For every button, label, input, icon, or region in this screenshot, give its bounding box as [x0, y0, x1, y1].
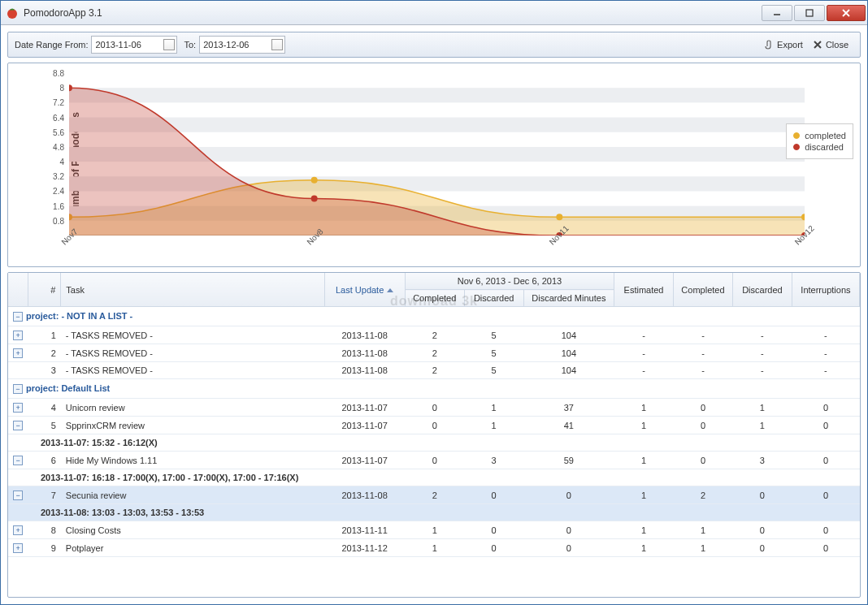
date-from-label: Date Range From:	[15, 40, 88, 50]
svg-rect-1	[806, 10, 813, 16]
chart-y-tick: 1.6	[53, 201, 64, 210]
export-label: Export	[777, 40, 803, 50]
table-body: −project: - NOT IN A LIST -+1- TASKS REM…	[8, 307, 860, 557]
table-row[interactable]: +1- TASKS REMOVED -2013-11-0825104----	[8, 326, 860, 344]
calendar-icon[interactable]	[271, 39, 283, 50]
chart-y-tick: 0.8	[53, 216, 64, 225]
close-button[interactable]	[827, 5, 866, 21]
date-to-input[interactable]: 2013-12-06	[199, 36, 285, 54]
legend-dot-icon	[793, 144, 800, 150]
chart-y-tick: 6.4	[53, 113, 64, 122]
col-last-update[interactable]: Last Update	[324, 273, 405, 307]
sort-asc-icon	[387, 288, 393, 292]
titlebar[interactable]: PomodoroApp 3.1	[1, 1, 867, 25]
collapse-icon[interactable]: −	[13, 312, 23, 322]
toolbar: Date Range From: 2013-11-06 To: 2013-12-…	[7, 32, 861, 58]
svg-point-9	[311, 177, 318, 184]
calendar-icon[interactable]	[163, 39, 175, 50]
chart-y-tick: 3.2	[53, 172, 64, 181]
legend-entry-discarded: discarded	[793, 142, 846, 152]
svg-point-13	[311, 196, 318, 202]
col-estimated[interactable]: Estimated	[614, 273, 674, 307]
close-panel-label: Close	[826, 40, 848, 50]
svg-point-0	[7, 9, 17, 19]
col-num[interactable]: #	[28, 273, 61, 307]
chart-y-tick: 2.4	[53, 187, 64, 196]
chart-y-tick: 4	[59, 158, 64, 166]
date-from-input[interactable]: 2013-11-06	[91, 36, 177, 54]
collapse-icon[interactable]: −	[13, 456, 23, 465]
table-row[interactable]: +2- TASKS REMOVED -2013-11-0825104----	[8, 344, 860, 362]
paperclip-icon	[762, 39, 774, 50]
close-panel-button[interactable]: Close	[808, 36, 853, 54]
table-row[interactable]: +4Unicorn review2013-11-0701371010	[8, 399, 860, 417]
collapse-icon[interactable]: −	[13, 421, 23, 430]
expand-icon[interactable]: +	[13, 348, 23, 358]
collapse-icon[interactable]: −	[13, 384, 23, 394]
app-window: PomodoroApp 3.1 Date Range From: 2013-11…	[0, 0, 868, 605]
chart-y-tick: 5.6	[53, 127, 64, 136]
chart-legend: completeddiscarded	[786, 123, 853, 159]
expand-icon[interactable]: +	[13, 403, 23, 413]
table-panel: # Task Last Update Nov 6, 2013 - Dec 6, …	[7, 272, 861, 598]
expand-icon[interactable]: +	[13, 525, 23, 535]
table-group-row[interactable]: −project: Default List	[8, 379, 860, 399]
chart-plot-area: 0.81.62.43.244.85.66.47.288.8Nov7Nov8Nov…	[69, 73, 805, 236]
table-detail-row: 2013-11-08: 13:03 - 13:03, 13:53 - 13:53	[8, 504, 860, 521]
col-interruptions[interactable]: Interruptions	[792, 273, 859, 307]
svg-rect-5	[69, 118, 805, 132]
legend-dot-icon	[793, 132, 800, 139]
table-group-row[interactable]: −project: - NOT IN A LIST -	[8, 307, 860, 326]
svg-point-10	[556, 214, 562, 220]
col-task[interactable]: Task	[61, 273, 324, 307]
expand-icon[interactable]: +	[13, 331, 23, 340]
chart-y-tick: 8	[59, 84, 64, 93]
table-row[interactable]: −6Hide My Windows 1.112013-11-0703591030	[8, 452, 860, 469]
chart-y-tick: 4.8	[53, 142, 64, 151]
chart-x-tick: Nov7	[59, 227, 79, 246]
date-to-value: 2013-12-06	[203, 40, 249, 50]
col-range-discarded[interactable]: Discarded	[464, 290, 523, 307]
chart-panel: Number of Pomodoros 0.81.62.43.244.85.66…	[7, 63, 861, 267]
col-date-range[interactable]: Nov 6, 2013 - Dec 6, 2013	[405, 273, 614, 290]
date-to-label: To:	[184, 40, 196, 50]
table-detail-row: 2013-11-07: 15:32 - 16:12(X)	[8, 434, 860, 452]
report-table: # Task Last Update Nov 6, 2013 - Dec 6, …	[8, 273, 860, 557]
table-row[interactable]: 3- TASKS REMOVED -2013-11-0825104----	[8, 362, 860, 379]
col-discarded[interactable]: Discarded	[732, 273, 792, 307]
maximize-button[interactable]	[794, 5, 825, 21]
col-completed[interactable]: Completed	[674, 273, 733, 307]
date-from-value: 2013-11-06	[95, 40, 141, 50]
table-row[interactable]: −7Secunia review2013-11-082001200	[8, 486, 860, 504]
app-icon	[6, 6, 19, 19]
minimize-button[interactable]	[762, 5, 792, 21]
collapse-icon[interactable]: −	[13, 490, 23, 500]
table-row[interactable]: +9Potplayer2013-11-121001100	[8, 539, 860, 557]
chart-y-tick: 7.2	[53, 98, 64, 107]
export-button[interactable]: Export	[757, 36, 808, 54]
x-icon	[813, 40, 822, 50]
legend-entry-completed: completed	[793, 131, 846, 140]
expand-icon[interactable]: +	[13, 543, 23, 553]
table-row[interactable]: −5SpprinxCRM review2013-11-0701411010	[8, 417, 860, 434]
content-area: Date Range From: 2013-11-06 To: 2013-12-…	[1, 25, 867, 604]
table-detail-row: 2013-11-07: 16:18 - 17:00(X), 17:00 - 17…	[8, 469, 860, 486]
col-expand[interactable]	[8, 273, 28, 307]
chart-y-tick: 8.8	[53, 69, 64, 78]
col-range-discarded-min[interactable]: Discarded Minutes	[523, 290, 614, 307]
col-range-completed[interactable]: Completed	[405, 290, 464, 307]
svg-rect-6	[69, 88, 805, 102]
window-title: PomodoroApp 3.1	[24, 7, 760, 19]
table-header: # Task Last Update Nov 6, 2013 - Dec 6, …	[8, 273, 860, 307]
table-row[interactable]: +8Closing Costs2013-11-111001100	[8, 521, 860, 539]
